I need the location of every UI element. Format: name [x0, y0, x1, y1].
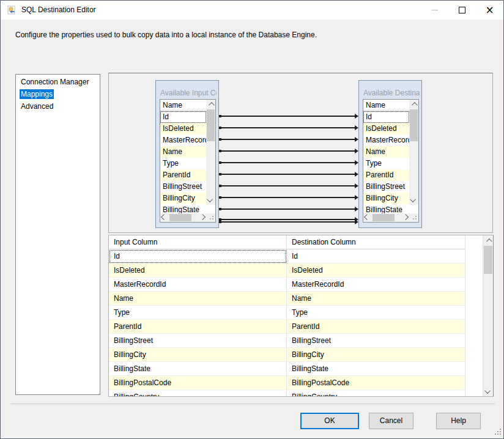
available-destination-columns-box[interactable]: Available Destinati... Name IdIsDeletedM…	[358, 80, 422, 228]
grid-cell-input-billingcity[interactable]: BillingCity	[109, 348, 287, 362]
grid-cell-input-type[interactable]: Type	[109, 306, 287, 320]
column-item-name[interactable]: Name	[363, 146, 409, 158]
mapping-connector-billingcountry[interactable]	[219, 221, 355, 223]
scroll-down-button[interactable]	[206, 196, 215, 205]
column-item-parentid[interactable]: ParentId	[160, 169, 206, 181]
grid-cell-destination-billingstreet[interactable]: BillingStreet	[287, 334, 465, 348]
list-resize-grip[interactable]	[410, 213, 418, 222]
destination-list-horizontal-scrollbar[interactable]	[363, 213, 410, 222]
mapping-connector-name[interactable]	[219, 150, 355, 152]
grid-cell-input-id[interactable]: Id	[109, 249, 287, 264]
cancel-button[interactable]: Cancel	[369, 413, 413, 429]
grid-cell-destination-masterrecordid[interactable]: MasterRecordId	[287, 278, 465, 292]
close-button[interactable]: ×	[476, 1, 503, 20]
grid-header-destination-column: Destination Column	[287, 235, 465, 249]
scrollbar-thumb[interactable]	[372, 214, 395, 221]
ok-button[interactable]: OK	[300, 413, 359, 429]
column-item-masterrecordid[interactable]: MasterRecordId	[160, 135, 206, 146]
scroll-right-button[interactable]	[402, 213, 410, 222]
scrollbar-thumb[interactable]	[410, 109, 418, 141]
column-item-isdeleted[interactable]: IsDeleted	[363, 123, 409, 135]
mapping-canvas: Available Input Col... Name IdIsDeletedM…	[108, 73, 493, 233]
mapping-connector-masterrecordid[interactable]	[219, 139, 355, 140]
scroll-left-button[interactable]	[160, 213, 169, 222]
grid-cell-destination-billingstate[interactable]: BillingState	[287, 362, 465, 376]
grid-cell-destination-billingcity[interactable]: BillingCity	[287, 348, 465, 362]
input-list-name-header[interactable]: Name	[160, 100, 206, 111]
column-item-billingstate[interactable]: BillingState	[363, 204, 409, 213]
grid-cell-input-isdeleted[interactable]: IsDeleted	[109, 264, 287, 278]
scroll-right-button[interactable]	[199, 213, 207, 222]
available-input-columns-title: Available Input Col...	[160, 89, 217, 97]
input-list-vertical-scrollbar[interactable]	[206, 100, 215, 205]
grid-cell-destination-parentid[interactable]: ParentId	[287, 320, 465, 334]
mapping-connector-billingcity[interactable]	[219, 197, 355, 198]
mapping-connector-billingpostalcode[interactable]	[219, 219, 355, 220]
grid-cell-input-billingcountry[interactable]: BillingCountry	[109, 390, 287, 396]
scroll-down-button[interactable]	[409, 196, 418, 205]
close-icon: ×	[485, 5, 494, 15]
grid-cell-destination-id[interactable]: Id	[287, 249, 465, 264]
sql-destination-editor-dialog: SQL Destination Editor × Configure the p…	[0, 0, 504, 439]
sidebar-item-connection-manager[interactable]: Connection Manager	[16, 76, 100, 88]
column-item-parentid[interactable]: ParentId	[363, 169, 409, 181]
column-item-billingstreet[interactable]: BillingStreet	[363, 181, 409, 193]
scrollbar-thumb[interactable]	[484, 246, 492, 274]
app-icon	[7, 6, 17, 15]
window-resize-grip[interactable]	[494, 427, 501, 435]
scrollbar-thumb[interactable]	[169, 214, 191, 221]
column-item-isdeleted[interactable]: IsDeleted	[160, 123, 206, 135]
mapping-connector-billingstreet[interactable]	[219, 185, 355, 186]
mapping-connector-id[interactable]	[219, 116, 355, 117]
minimize-button	[421, 1, 448, 20]
mapping-connector-parentid[interactable]	[219, 174, 355, 175]
scroll-up-button[interactable]	[206, 100, 215, 109]
scroll-up-button[interactable]	[409, 100, 418, 109]
grid-cell-destination-isdeleted[interactable]: IsDeleted	[287, 264, 465, 278]
column-item-name[interactable]: Name	[160, 146, 206, 158]
column-item-billingcity[interactable]: BillingCity	[160, 193, 206, 204]
destination-list-name-header[interactable]: Name	[363, 100, 409, 111]
column-item-id[interactable]: Id	[363, 111, 409, 123]
grid-row-masterrecordid: MasterRecordIdMasterRecordId	[109, 278, 483, 292]
scrollbar-thumb[interactable]	[207, 109, 215, 141]
grid-body: IdIdIsDeletedIsDeletedMasterRecordIdMast…	[109, 249, 483, 396]
list-resize-grip[interactable]	[207, 213, 215, 222]
grid-cell-input-billingstreet[interactable]: BillingStreet	[109, 334, 287, 348]
grid-cell-destination-billingpostalcode[interactable]: BillingPostalCode	[287, 376, 465, 390]
sidebar-item-advanced[interactable]: Advanced	[16, 100, 100, 113]
grid-cell-input-billingpostalcode[interactable]: BillingPostalCode	[109, 376, 287, 390]
grid-cell-destination-name[interactable]: Name	[287, 292, 465, 306]
destination-list-vertical-scrollbar[interactable]	[409, 100, 418, 205]
available-input-columns-box[interactable]: Available Input Col... Name IdIsDeletedM…	[155, 80, 219, 228]
sidebar-item-mappings[interactable]: Mappings	[16, 88, 100, 100]
help-button[interactable]: Help	[436, 413, 481, 429]
column-item-billingcity[interactable]: BillingCity	[363, 193, 409, 204]
mapping-connector-isdeleted[interactable]	[219, 127, 355, 128]
input-list-horizontal-scrollbar[interactable]	[160, 213, 207, 222]
grid-vertical-scrollbar[interactable]	[483, 235, 493, 396]
grid-cell-destination-type[interactable]: Type	[287, 306, 465, 320]
scroll-down-button[interactable]	[483, 386, 493, 396]
scroll-up-button[interactable]	[483, 235, 493, 245]
grid-row-isdeleted: IsDeletedIsDeleted	[109, 264, 483, 278]
grid-cell-input-name[interactable]: Name	[109, 292, 287, 306]
mapping-connector-billingstate[interactable]	[219, 208, 355, 210]
grid-cell-input-masterrecordid[interactable]: MasterRecordId	[109, 278, 287, 292]
column-item-id[interactable]: Id	[160, 111, 206, 123]
column-item-billingstate[interactable]: BillingState	[160, 204, 206, 213]
grid-cell-input-billingstate[interactable]: BillingState	[109, 362, 287, 376]
grid-cell-destination-billingcountry[interactable]: BillingCountry	[287, 390, 465, 396]
grid-row-billingstreet: BillingStreetBillingStreet	[109, 334, 483, 348]
column-item-billingstreet[interactable]: BillingStreet	[160, 181, 206, 193]
scroll-left-button[interactable]	[363, 213, 372, 222]
column-item-type[interactable]: Type	[160, 158, 206, 169]
mapping-connector-type[interactable]	[219, 162, 355, 163]
grid-row-billingcity: BillingCityBillingCity	[109, 348, 483, 362]
chevron-up-icon	[412, 102, 418, 108]
maximize-button[interactable]	[448, 1, 476, 20]
chevron-up-icon	[486, 238, 492, 244]
column-item-masterrecordid[interactable]: MasterRecordId	[363, 135, 409, 146]
column-item-type[interactable]: Type	[363, 158, 409, 169]
grid-cell-input-parentid[interactable]: ParentId	[109, 320, 287, 334]
